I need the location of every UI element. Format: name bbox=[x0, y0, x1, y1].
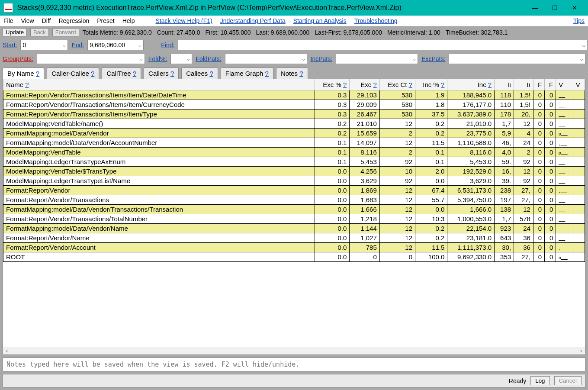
table-row[interactable]: Format:Report/Vendor0.01,8691267.46,531,… bbox=[3, 186, 585, 195]
start-label[interactable]: Start: bbox=[3, 42, 17, 48]
link-stack-view-help[interactable]: Stack View Help (F1) bbox=[156, 17, 212, 24]
data-grid[interactable]: Name ?Exc % ?Exc ?Exc Ct ?Inc % ?Inc ?Iı… bbox=[3, 79, 585, 347]
col-f[interactable]: F bbox=[533, 79, 544, 90]
foldpats-label[interactable]: FoldPats: bbox=[196, 55, 221, 62]
link-starting-analysis[interactable]: Starting an Analysis bbox=[293, 17, 347, 24]
table-row[interactable]: Format:Report/Vendor/Transactions0.01,68… bbox=[3, 195, 585, 205]
table-row[interactable]: FormatMapping:model/Data/Vendor/AccountN… bbox=[3, 138, 585, 148]
notes-area bbox=[3, 358, 585, 371]
menu-preset[interactable]: Preset bbox=[97, 17, 114, 24]
scroll-left-icon[interactable]: ‹ bbox=[3, 347, 11, 355]
help-link-icon[interactable]: ? bbox=[299, 70, 303, 77]
table-row[interactable]: Format:Report/Vendor/Account0.07851211.5… bbox=[3, 243, 585, 252]
col-i-[interactable]: Iı bbox=[495, 79, 514, 90]
incpats-combo[interactable]: ⌵ bbox=[336, 54, 418, 64]
link-understanding-perf[interactable]: Jnderstanding Perf Data bbox=[220, 17, 286, 24]
col-inc[interactable]: Inc ? bbox=[447, 79, 495, 90]
col-f[interactable]: F bbox=[545, 79, 556, 90]
tab-caller-callee[interactable]: Caller-Callee ? bbox=[47, 68, 99, 79]
cell-spark: — bbox=[556, 205, 573, 214]
horizontal-scrollbar[interactable]: ‹ › bbox=[3, 347, 585, 355]
cell-f1: 0 bbox=[533, 119, 544, 129]
chevron-down-icon[interactable]: ⌵ bbox=[582, 42, 585, 48]
menu-diff[interactable]: Diff bbox=[42, 17, 51, 24]
tab-callers[interactable]: Callers ? bbox=[144, 68, 179, 79]
table-row[interactable]: ROOT0.000100.09,692,330.035327,00º— bbox=[3, 252, 585, 262]
link-tips[interactable]: Tips bbox=[573, 17, 585, 24]
find-label[interactable]: Find: bbox=[161, 42, 174, 48]
cell-exc: 1,683 bbox=[350, 195, 379, 205]
start-combo[interactable]: 0 ⌵ bbox=[20, 40, 68, 50]
menu-file[interactable]: File bbox=[3, 17, 13, 24]
cell-incp: 37.5 bbox=[415, 110, 447, 119]
foldpct-combo[interactable]: ⌵ bbox=[170, 54, 192, 64]
notes-input[interactable] bbox=[3, 358, 585, 371]
tab-by-name[interactable]: By Name ? bbox=[3, 68, 44, 79]
excpats-label[interactable]: ExcPats: bbox=[421, 55, 445, 62]
cell-name: FormatMapping:model/Data/Vendor/Transact… bbox=[3, 205, 315, 214]
cell-spark: — bbox=[556, 224, 573, 233]
log-button[interactable]: Log bbox=[530, 376, 549, 385]
col-name[interactable]: Name ? bbox=[3, 79, 315, 90]
col-exc-%[interactable]: Exc % ? bbox=[315, 79, 350, 90]
find-input[interactable] bbox=[178, 40, 587, 50]
help-link-icon[interactable]: ? bbox=[265, 70, 269, 77]
table-row[interactable]: ModelMapping:LedgerTransTypeAxEnum0.15,4… bbox=[3, 157, 585, 167]
help-link-icon[interactable]: ? bbox=[209, 70, 213, 77]
help-link-icon[interactable]: ? bbox=[343, 81, 347, 88]
excpats-combo[interactable]: ⌵ bbox=[449, 54, 585, 64]
help-link-icon[interactable]: ? bbox=[373, 81, 376, 88]
col-exc-ct[interactable]: Exc Ct ? bbox=[379, 79, 415, 90]
cell-f2: 0 bbox=[545, 90, 556, 100]
table-row[interactable]: ModelMapping:LedgerTransTypeList/Name0.0… bbox=[3, 176, 585, 186]
update-button[interactable]: Update bbox=[3, 28, 27, 36]
close-button[interactable]: ✕ bbox=[565, 0, 585, 16]
cell-c2: 12 bbox=[514, 167, 533, 176]
table-row[interactable]: FormatMapping:model/Data/Vendor/Transact… bbox=[3, 205, 585, 214]
help-link-icon[interactable]: ? bbox=[441, 81, 444, 88]
col-v[interactable]: V bbox=[556, 79, 573, 90]
menu-help[interactable]: Help bbox=[122, 17, 135, 24]
table-row[interactable]: ModelMapping:VendTable/name()0.221,01012… bbox=[3, 119, 585, 129]
tab-notes[interactable]: Notes ? bbox=[276, 68, 308, 79]
col-inc-%[interactable]: Inc % ? bbox=[415, 79, 447, 90]
table-row[interactable]: Format:Report/Vendor/Transactions/Items/… bbox=[3, 100, 585, 110]
col-i-[interactable]: Iı bbox=[514, 79, 533, 90]
tab-flame-graph[interactable]: Flame Graph ? bbox=[221, 68, 273, 79]
tab-callees[interactable]: Callees ? bbox=[181, 68, 218, 79]
cell-f1: 0 bbox=[533, 233, 544, 243]
grouppats-combo[interactable]: ⌵ bbox=[37, 54, 145, 64]
help-link-icon[interactable]: ? bbox=[409, 81, 412, 88]
table-row[interactable]: Format:Report/Vendor/Transactions/Items/… bbox=[3, 90, 585, 100]
incpats-label[interactable]: IncPats: bbox=[311, 55, 333, 62]
help-link-icon[interactable]: ? bbox=[36, 70, 39, 77]
minimize-button[interactable]: — bbox=[525, 0, 545, 16]
help-link-icon[interactable]: ? bbox=[91, 70, 94, 77]
table-row[interactable]: FormatMapping:model/Data/Vendor/Name0.01… bbox=[3, 224, 585, 233]
end-label[interactable]: End: bbox=[71, 42, 84, 48]
help-link-icon[interactable]: ? bbox=[170, 70, 174, 77]
end-combo[interactable]: 9,689,060.00 ⌵ bbox=[87, 40, 144, 50]
menu-view[interactable]: View bbox=[21, 17, 34, 24]
col-exc[interactable]: Exc ? bbox=[350, 79, 379, 90]
table-row[interactable]: Format:Report/Vendor/Name0.01,027120.223… bbox=[3, 233, 585, 243]
table-row[interactable]: Format:Report/Vendor/Transactions/Items/… bbox=[3, 110, 585, 119]
help-link-icon[interactable]: ? bbox=[25, 81, 29, 88]
table-row[interactable]: ModelMapping:VendTable/$TransType0.04,25… bbox=[3, 167, 585, 176]
grouppats-label[interactable]: GroupPats: bbox=[3, 55, 33, 62]
foldpct-label[interactable]: Fold%: bbox=[148, 55, 167, 62]
cell-excp: 0.3 bbox=[315, 100, 350, 110]
tab-calltree[interactable]: CallTree ? bbox=[102, 68, 141, 79]
scroll-right-icon[interactable]: › bbox=[577, 347, 585, 355]
help-link-icon[interactable]: ? bbox=[133, 70, 136, 77]
cell-c2: 12 bbox=[514, 205, 533, 214]
table-row[interactable]: Format:Report/Vendor/Transactions/TotalN… bbox=[3, 214, 585, 224]
table-row[interactable]: ModelMapping:VendTable0.18,11620.18,116.… bbox=[3, 148, 585, 157]
help-link-icon[interactable]: ? bbox=[488, 81, 492, 88]
maximize-button[interactable]: ☐ bbox=[545, 0, 565, 16]
link-troubleshooting[interactable]: Troubleshooting bbox=[354, 17, 398, 24]
table-row[interactable]: FormatMapping:model/Data/Vendor0.215,659… bbox=[3, 129, 585, 138]
foldpats-combo[interactable]: ⌵ bbox=[225, 54, 307, 64]
menu-regression[interactable]: Regression bbox=[58, 17, 89, 24]
col-v[interactable]: V bbox=[573, 79, 585, 90]
